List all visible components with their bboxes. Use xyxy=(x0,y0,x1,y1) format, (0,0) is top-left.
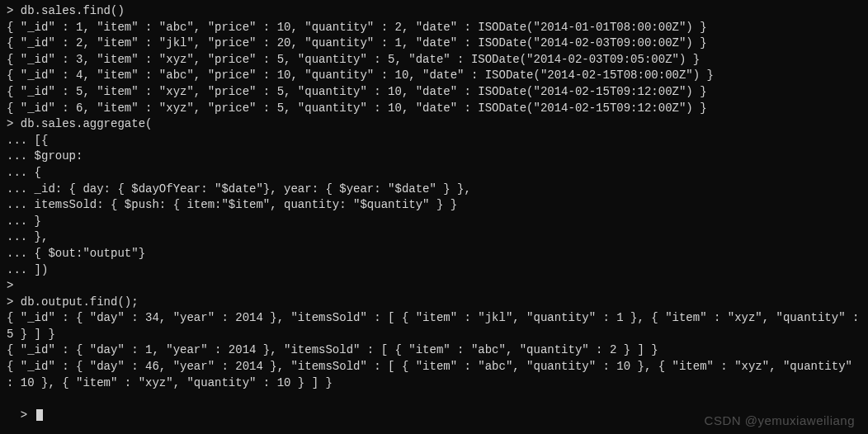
terminal-line: ... itemsSold: { $push: { item:"$item", … xyxy=(7,197,861,214)
terminal-line: > db.sales.aggregate( xyxy=(7,116,861,133)
terminal-line: { "_id" : 3, "item" : "xyz", "price" : 5… xyxy=(7,52,861,68)
terminal-line: ... }, xyxy=(7,229,861,246)
cursor-icon xyxy=(36,409,43,421)
watermark-text: CSDN @yemuxiaweiliang xyxy=(705,412,855,429)
terminal-line: > xyxy=(7,278,861,295)
terminal-line: ... } xyxy=(7,214,861,230)
terminal-line: ... $group: xyxy=(7,149,861,165)
terminal-line: ... { xyxy=(7,165,861,182)
terminal-line: { "_id" : { "day" : 1, "year" : 2014 }, … xyxy=(7,342,861,359)
terminal-line: ... ]) xyxy=(7,262,861,279)
terminal-line: { "_id" : 4, "item" : "abc", "price" : 1… xyxy=(7,68,861,84)
terminal-line: { "_id" : 5, "item" : "xyz", "price" : 5… xyxy=(7,84,861,101)
terminal-line: ... _id: { day: { $dayOfYear: "$date"}, … xyxy=(7,182,861,198)
terminal-line: { "_id" : { "day" : 34, "year" : 2014 },… xyxy=(7,310,861,342)
terminal-line: { "_id" : 2, "item" : "jkl", "price" : 2… xyxy=(7,35,861,52)
terminal-output[interactable]: > db.sales.find(){ "_id" : 1, "item" : "… xyxy=(7,3,861,391)
terminal-line: > db.output.find(); xyxy=(7,295,861,311)
prompt-text: > xyxy=(21,408,35,422)
terminal-line: ... [{ xyxy=(7,133,861,149)
terminal-line: { "_id" : { "day" : 46, "year" : 2014 },… xyxy=(7,359,861,391)
terminal-line: > db.sales.find() xyxy=(7,3,861,20)
terminal-line: ... { $out:"output"} xyxy=(7,246,861,262)
terminal-line: { "_id" : 6, "item" : "xyz", "price" : 5… xyxy=(7,101,861,117)
terminal-line: { "_id" : 1, "item" : "abc", "price" : 1… xyxy=(7,20,861,36)
